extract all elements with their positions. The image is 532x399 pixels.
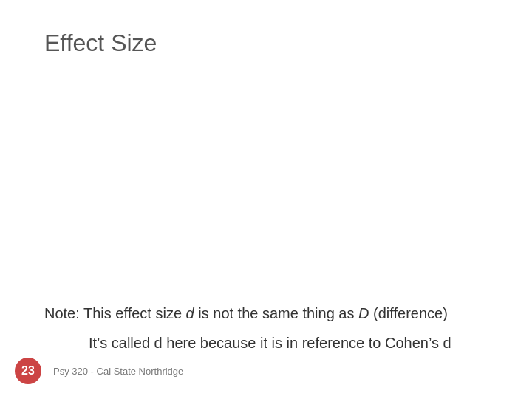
note2-italic1: d bbox=[154, 335, 163, 351]
note1-italic1: d bbox=[186, 305, 194, 321]
note1-suffix: (difference) bbox=[369, 305, 448, 321]
slide-number-badge: 23 bbox=[15, 358, 41, 384]
note1-italic2: D bbox=[358, 305, 369, 321]
note-line-2: It’s called d here because it is in refe… bbox=[44, 332, 488, 353]
note-line-1: Note: This effect size d is not the same… bbox=[44, 303, 488, 324]
note2-middle: here because it is in reference to Cohen… bbox=[163, 335, 443, 351]
note1-middle: is not the same thing as bbox=[194, 305, 358, 321]
note2-italic2: d bbox=[443, 335, 451, 351]
slide-title: Effect Size bbox=[44, 30, 488, 57]
slide-footer: 23 Psy 320 - Cal State Northridge bbox=[15, 358, 183, 384]
slide: Effect Size Note: This effect size d is … bbox=[0, 0, 532, 399]
note2-prefix: It’s called bbox=[89, 335, 154, 351]
note1-prefix: Note: This effect size bbox=[44, 305, 186, 321]
slide-content: Note: This effect size d is not the same… bbox=[44, 303, 488, 362]
course-name: Psy 320 - Cal State Northridge bbox=[53, 366, 183, 377]
